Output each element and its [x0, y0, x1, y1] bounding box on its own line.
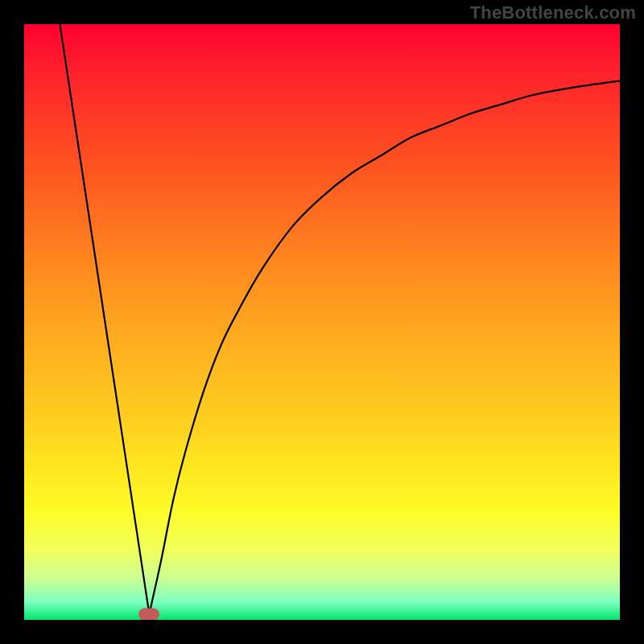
plot-area [24, 24, 620, 620]
chart-frame: TheBottleneck.com [0, 0, 644, 644]
watermark-text: TheBottleneck.com [470, 2, 636, 23]
bottleneck-marker-icon [138, 608, 159, 620]
chart-curve [24, 24, 620, 620]
